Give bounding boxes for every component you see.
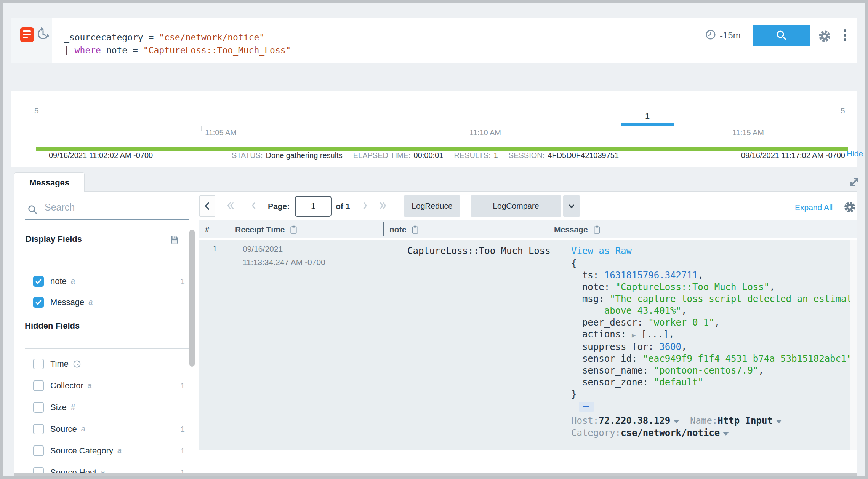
copy-column-icon[interactable]	[593, 225, 602, 235]
field-row-source[interactable]: Sourcea1	[14, 418, 193, 440]
copy-column-icon[interactable]	[289, 225, 298, 235]
message-row[interactable]: 1 09/16/2021 11:13:34.247 AM -0700 Captu…	[199, 240, 850, 450]
messages-scrollbar[interactable]	[850, 240, 857, 450]
collapse-json-button[interactable]	[579, 402, 594, 412]
hide-histogram-link[interactable]: Hide	[847, 149, 863, 158]
json-token: 3600	[659, 342, 681, 352]
query-token: where	[75, 45, 101, 55]
host-value[interactable]: 72.220.38.129	[599, 415, 670, 426]
tab-messages[interactable]: Messages	[14, 172, 85, 192]
expand-panel-icon[interactable]	[847, 174, 862, 191]
horizontal-scrollbar[interactable]	[14, 473, 857, 476]
column-divider[interactable]	[229, 222, 229, 236]
category-value[interactable]: cse/network/notice	[621, 428, 720, 438]
json-line: actions: ▶ [...],	[571, 329, 857, 341]
row-index: 1	[213, 244, 217, 253]
field-row-message[interactable]: Messagea	[14, 292, 193, 313]
field-label: Time	[50, 359, 69, 369]
save-fields-icon[interactable]	[170, 235, 179, 246]
prev-page-icon[interactable]	[248, 200, 259, 211]
messages-panel: Display Fields notea1Messagea Hidden Fie…	[14, 191, 857, 473]
field-label: Source	[50, 424, 77, 434]
json-token: note:	[571, 282, 615, 292]
name-dropdown-caret[interactable]	[776, 420, 782, 423]
status-item-value: 4FD5D0F421039751	[548, 151, 619, 160]
fields-sidebar: Display Fields notea1Messagea Hidden Fie…	[14, 192, 201, 473]
json-token: suppress_for:	[571, 342, 659, 352]
field-count: 1	[167, 468, 185, 474]
query-editor[interactable]: _sourcecategory = "cse/network/notice"| …	[64, 31, 291, 57]
column-divider[interactable]	[383, 222, 384, 236]
clock-badge-icon	[73, 360, 81, 368]
collapse-sidebar-button[interactable]	[199, 195, 215, 217]
json-token: 1631815796.342711	[604, 270, 698, 281]
json-line: above 43.401%",	[571, 305, 857, 317]
field-row-size[interactable]: Size#	[14, 396, 193, 418]
field-label: Message	[50, 297, 84, 307]
histogram-bar[interactable]	[621, 123, 674, 126]
copy-column-icon[interactable]	[411, 225, 420, 235]
checkbox-unchecked[interactable]	[33, 467, 44, 474]
page-number-input[interactable]	[295, 196, 332, 217]
status-item-value: 00:00:01	[414, 151, 444, 160]
json-token: ,	[769, 282, 775, 292]
next-page-icon[interactable]	[359, 200, 371, 211]
last-page-icon[interactable]	[377, 200, 389, 211]
logcompare-dropdown-button[interactable]	[563, 195, 580, 217]
field-type-badge: a	[88, 381, 92, 390]
search-history-icon[interactable]	[35, 26, 51, 43]
json-token: "pontoon-centos7.9"	[654, 365, 759, 376]
sidebar-scrollbar[interactable]	[189, 230, 195, 367]
gridline-top	[44, 115, 848, 115]
note-value: CaptureLoss::Too_Much_Loss	[407, 246, 551, 256]
checkbox-unchecked[interactable]	[33, 359, 44, 369]
field-type-badge: a	[88, 298, 93, 307]
json-line: sensor_id: "eac949f9-f1f4-4531-b74a-53b1…	[571, 353, 857, 365]
checkbox-unchecked[interactable]	[33, 424, 44, 434]
field-type-badge: a	[117, 446, 122, 455]
time-range-selector[interactable]: -15m	[705, 29, 741, 42]
run-search-button[interactable]	[753, 25, 810, 46]
json-line: {	[571, 258, 857, 270]
checkbox-checked[interactable]	[33, 276, 44, 287]
json-token: ,	[758, 365, 764, 376]
time-range-clock-icon	[705, 29, 716, 42]
checkbox-checked[interactable]	[33, 297, 44, 308]
checkbox-unchecked[interactable]	[33, 380, 44, 391]
field-row-source-host[interactable]: Source Hosta1	[14, 461, 193, 473]
json-line: }	[571, 388, 857, 400]
name-value[interactable]: Http Input	[717, 415, 773, 426]
logreduce-button[interactable]: LogReduce	[404, 195, 460, 217]
logcompare-button[interactable]: LogCompare	[471, 195, 561, 217]
host-dropdown-caret[interactable]	[673, 420, 679, 423]
json-line: msg: "The capture loss script detected a…	[571, 293, 857, 305]
checkbox-unchecked[interactable]	[33, 402, 44, 413]
json-line: peer_descr: "worker-0-1",	[571, 317, 857, 329]
query-bar-panel: _sourcecategory = "cse/network/notice"| …	[11, 18, 857, 63]
table-settings-gear-icon[interactable]	[843, 201, 856, 215]
field-row-note[interactable]: notea1	[14, 271, 193, 292]
query-settings-gear-icon[interactable]	[818, 29, 831, 45]
message-metadata-line2: Category:cse/network/notice	[571, 428, 733, 438]
first-page-icon[interactable]	[225, 200, 236, 211]
query-kebab-menu-icon[interactable]	[844, 29, 846, 41]
view-as-raw-link[interactable]: View as Raw	[571, 246, 632, 256]
json-line: sensor_name: "pontoon-centos7.9",	[571, 365, 857, 377]
field-row-collector[interactable]: Collectora1	[14, 375, 193, 396]
field-row-source-category[interactable]: Source Categorya1	[14, 440, 193, 461]
expand-array-icon[interactable]: ▶	[632, 331, 636, 339]
expand-all-link[interactable]: Expand All	[795, 203, 833, 212]
json-token: ,	[681, 342, 687, 352]
json-token: {	[571, 258, 577, 269]
column-divider[interactable]	[548, 222, 548, 236]
field-row-time[interactable]: Time	[14, 353, 193, 375]
category-dropdown-caret[interactable]	[723, 432, 729, 436]
x-tick-label: 11:15 AM	[732, 128, 764, 137]
json-token: "default"	[654, 377, 703, 388]
fields-search-input[interactable]	[44, 201, 186, 213]
checkbox-unchecked[interactable]	[33, 445, 44, 456]
status-item: STATUS:Done gathering results	[232, 151, 343, 160]
query-token: |	[64, 45, 75, 55]
column-header-index: #	[205, 225, 210, 234]
column-header-message: Message	[554, 225, 602, 235]
